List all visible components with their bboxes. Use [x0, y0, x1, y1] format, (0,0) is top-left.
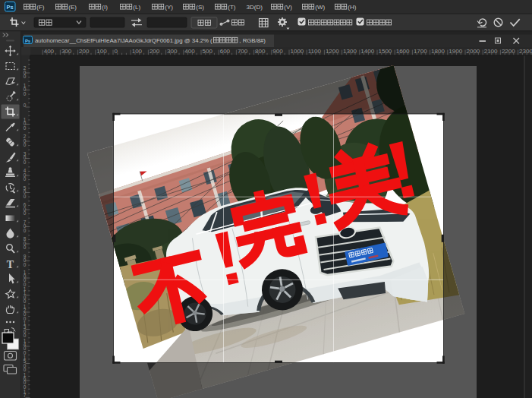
svg-text:1400: 1400 — [360, 48, 374, 55]
svg-text:2100: 2100 — [484, 48, 498, 55]
svg-text:700: 700 — [238, 48, 248, 55]
svg-text:500: 500 — [203, 48, 213, 55]
svg-text:300: 300 — [61, 48, 72, 55]
svg-text:0: 0 — [24, 176, 27, 182]
svg-text:100: 100 — [132, 48, 143, 55]
svg-text:(S): (S) — [196, 4, 204, 11]
svg-text:1600: 1600 — [396, 48, 410, 55]
svg-text:2200: 2200 — [502, 48, 515, 55]
svg-text:3D(D): 3D(D) — [247, 4, 263, 11]
svg-text:600: 600 — [220, 48, 231, 55]
svg-text:1500: 1500 — [379, 48, 392, 55]
svg-text:400: 400 — [184, 48, 195, 55]
svg-text:200: 200 — [79, 48, 90, 55]
svg-text:(I): (I) — [102, 4, 108, 11]
svg-text:(E): (E) — [68, 4, 77, 11]
svg-text:(H): (H) — [348, 4, 356, 11]
svg-text:1300: 1300 — [343, 48, 357, 55]
svg-text:(Y): (Y) — [165, 4, 173, 11]
svg-text:0: 0 — [24, 194, 27, 199]
svg-text:300: 300 — [167, 48, 178, 55]
svg-text:1900: 1900 — [449, 48, 462, 55]
svg-text:0: 0 — [24, 245, 27, 250]
svg-text:(V): (V) — [284, 4, 292, 11]
svg-text:T: T — [7, 259, 14, 270]
svg-text:Ps: Ps — [7, 4, 14, 11]
svg-text:0: 0 — [24, 160, 27, 165]
svg-text:1200: 1200 — [326, 48, 339, 55]
svg-text:1100: 1100 — [308, 48, 322, 55]
svg-text:0: 0 — [24, 91, 27, 96]
svg-text:2300: 2300 — [519, 48, 532, 55]
svg-text:0: 0 — [24, 228, 27, 233]
svg-text:2000: 2000 — [467, 48, 480, 55]
svg-text:1800: 1800 — [431, 48, 445, 55]
svg-text:0: 0 — [24, 262, 27, 267]
svg-text:(F): (F) — [36, 4, 45, 11]
svg-text:0: 0 — [24, 210, 27, 216]
svg-text:Ps: Ps — [25, 39, 30, 43]
svg-text:0: 0 — [115, 48, 118, 55]
svg-text:0: 0 — [24, 142, 27, 147]
svg-text:(W): (W) — [315, 4, 325, 11]
svg-text:, RGB/8#): , RGB/8#) — [239, 37, 266, 44]
svg-text:200: 200 — [150, 48, 160, 55]
svg-text:400: 400 — [44, 48, 55, 55]
svg-text:0: 0 — [24, 125, 27, 131]
svg-text:800: 800 — [255, 48, 266, 55]
svg-text:(L): (L) — [133, 4, 140, 11]
svg-text:0: 0 — [24, 74, 27, 79]
svg-text:900: 900 — [272, 48, 283, 55]
svg-text:0: 0 — [24, 103, 27, 108]
svg-text:1700: 1700 — [414, 48, 427, 55]
svg-text:100: 100 — [96, 48, 107, 55]
svg-text:autohomecar__ChsEfFuiHIeAa7IJA: autohomecar__ChsEfFuiHIeAa7IJAAoGkJdrQF0… — [35, 37, 212, 44]
svg-text:1000: 1000 — [291, 48, 304, 55]
svg-text:(T): (T) — [228, 4, 236, 11]
